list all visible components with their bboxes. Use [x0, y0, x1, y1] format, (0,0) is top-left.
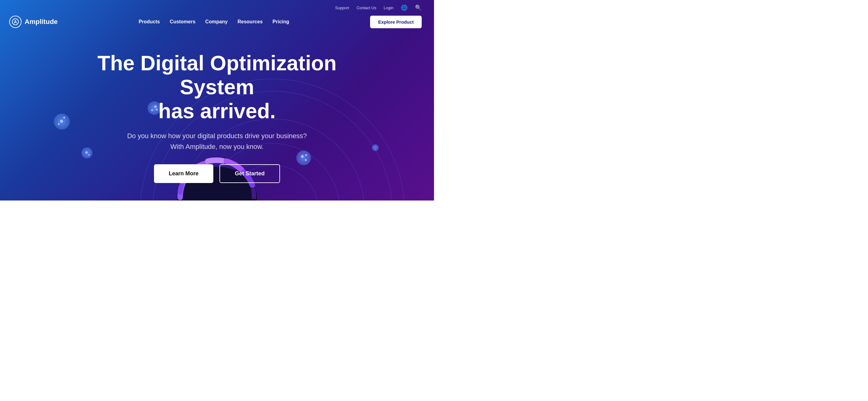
support-link[interactable]: Support: [335, 5, 349, 10]
nav-cta-area: Explore Product: [370, 16, 422, 28]
nav-resources[interactable]: Resources: [233, 16, 268, 27]
hero-title: The Digital Optimization System has arri…: [79, 51, 355, 123]
hero-cta-buttons: Learn More Get Started: [0, 164, 434, 183]
logo[interactable]: A Amplitude: [9, 16, 58, 28]
learn-more-button[interactable]: Learn More: [154, 164, 213, 183]
globe-icon[interactable]: 🌐: [401, 4, 408, 11]
hero-content: The Digital Optimization System has arri…: [0, 33, 434, 183]
hero-subtitle: Do you know how your digital products dr…: [113, 131, 321, 152]
search-icon[interactable]: 🔍: [415, 4, 422, 11]
logo-icon: A: [9, 16, 22, 28]
main-navigation: Products Customers Company Resources Pri…: [134, 16, 294, 27]
amplitude-logo-svg: A: [12, 19, 19, 25]
nav-company[interactable]: Company: [200, 16, 233, 27]
contact-link[interactable]: Contact Us: [356, 5, 376, 10]
get-started-button[interactable]: Get Started: [219, 164, 280, 183]
nav-pricing[interactable]: Pricing: [268, 16, 294, 27]
navbar: A Amplitude Products Customers Company R…: [0, 11, 434, 33]
brand-name: Amplitude: [25, 18, 58, 26]
explore-product-button[interactable]: Explore Product: [370, 16, 422, 28]
nav-customers[interactable]: Customers: [165, 16, 200, 27]
nav-products[interactable]: Products: [134, 16, 165, 27]
hero-section: Support Contact Us Login 🌐 🔍 A Amplitude…: [0, 0, 434, 201]
login-link[interactable]: Login: [383, 5, 394, 10]
svg-text:A: A: [14, 19, 17, 24]
